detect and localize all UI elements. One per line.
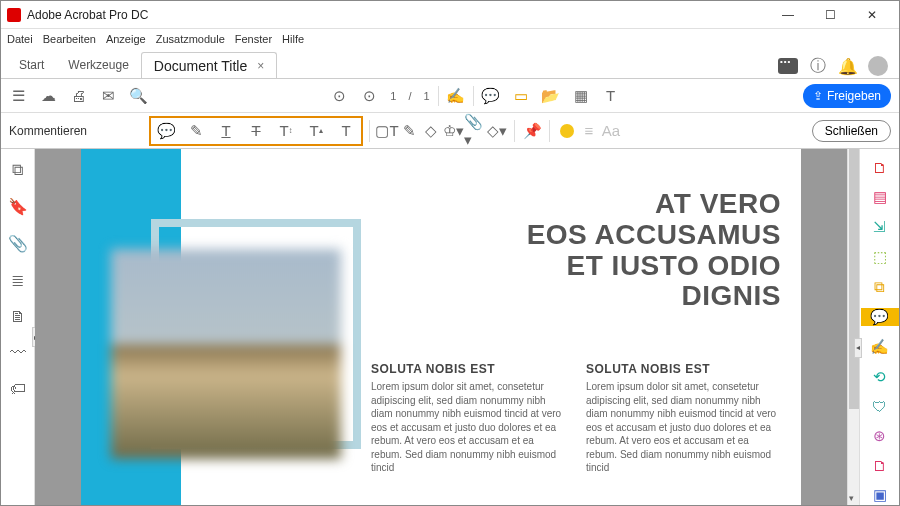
chat-icon[interactable] [776,54,800,78]
folder-icon[interactable]: 📂 [542,87,560,105]
column-heading: SOLUTA NOBIS EST [371,362,566,376]
comment-toolbar: Kommentieren 💬 ✎ T T T↕ T▴ T ▢T ✎ ◇ ♔▾ 📎… [1,113,899,149]
sidebar-toggle-icon[interactable]: ☰ [9,87,27,105]
shapes-icon[interactable]: ◇▾ [486,120,508,142]
edit-pdf-icon[interactable]: ⬚ [869,248,891,266]
sign-icon[interactable]: ✍ [447,87,465,105]
send-review-icon[interactable]: ⟲ [869,368,891,386]
pencil-icon[interactable]: ✎ [398,120,420,142]
tab-bar: Start Werkzeuge Document Title × ⓘ 🔔 [1,49,899,79]
page-up-icon[interactable]: ⊙ [330,87,348,105]
export-icon[interactable]: ⇲ [869,218,891,236]
print-icon[interactable]: 🖨 [69,87,87,104]
eraser-icon[interactable]: ◇ [420,120,442,142]
signatures-icon[interactable]: 〰 [10,344,26,362]
pin-icon[interactable]: 📌 [521,120,543,142]
tab-tools[interactable]: Werkzeuge [56,52,140,78]
vertical-scrollbar[interactable]: ▾ [847,149,859,505]
annotation-tools-group: 💬 ✎ T T T↕ T▴ T [149,116,363,146]
column-heading: SOLUTA NOBIS EST [586,362,781,376]
menu-item[interactable]: Hilfe [282,33,304,45]
tab-close-icon[interactable]: × [257,59,264,73]
menu-item[interactable]: Bearbeiten [43,33,96,45]
app-logo-icon [7,8,21,22]
tab-label: Document Title [154,58,247,74]
menu-bar: Datei Bearbeiten Anzeige Zusatzmodule Fe… [1,29,899,49]
attach-icon[interactable]: 📎▾ [464,120,486,142]
minimize-button[interactable]: — [767,2,809,28]
maximize-button[interactable]: ☐ [809,2,851,28]
right-rail-expand-icon[interactable]: ◂ [854,338,862,358]
share-icon: ⇪ [813,89,823,103]
underline-icon[interactable]: T [215,120,237,142]
column-left: SOLUTA NOBIS EST Lorem ipsum dolor sit a… [371,362,566,475]
comment-toolbar-label: Kommentieren [9,124,149,138]
line-weight-icon[interactable]: ≡ [578,120,600,142]
menu-item[interactable]: Datei [7,33,33,45]
stamp-icon[interactable]: ♔▾ [442,120,464,142]
protect-icon[interactable]: 🛡 [869,398,891,415]
articles-icon[interactable]: 🗎 [10,308,26,326]
combine-icon[interactable]: ▤ [869,188,891,206]
save-cloud-icon[interactable]: ☁ [39,87,57,105]
tags-icon[interactable]: 🏷 [10,380,26,398]
redact-icon[interactable]: ▣ [869,486,891,504]
insert-text-icon[interactable]: T▴ [305,120,327,142]
attachments-icon[interactable]: 📎 [8,234,28,253]
textbox-icon[interactable]: ▢T [376,120,398,142]
scroll-down-icon[interactable]: ▾ [849,493,854,503]
menu-item[interactable]: Zusatzmodule [156,33,225,45]
add-text-icon[interactable]: T [335,120,357,142]
thumbnails-icon[interactable]: ⧉ [12,161,23,179]
create-pdf-icon[interactable]: 🗋 [869,159,891,176]
search-icon[interactable]: 🔍 [129,87,147,105]
share-label: Freigeben [827,89,881,103]
main-toolbar: ☰ ☁ 🖨 ✉ 🔍 ⊙ ⊙ 1 / 1 ✍ 💬 ▭ 📂 ▦ T ⇪ Freige… [1,79,899,113]
email-icon[interactable]: ✉ [99,87,117,105]
right-tools-rail: 🗋 ▤ ⇲ ⬚ ⧉ 💬 ✍ ⟲ 🛡 ⊛ 🗋 ▣ ▾ ◂ [859,149,899,505]
more-tools-icon[interactable]: ⊛ [869,427,891,445]
tab-start[interactable]: Start [7,52,56,78]
headline-line: DIGNIS [381,281,781,312]
account-avatar-icon[interactable] [866,54,890,78]
headline-line: AT VERO [381,189,781,220]
comment-tool-icon[interactable]: 💬 [861,308,899,326]
page-current[interactable]: 1 [390,90,396,102]
title-bar: Adobe Acrobat Pro DC — ☐ ✕ [1,1,899,29]
fill-sign-icon[interactable]: ✍ [869,338,891,356]
headline-line: ET IUSTO ODIO [381,251,781,282]
menu-item[interactable]: Fenster [235,33,272,45]
sticky-note-icon[interactable]: 💬 [155,120,177,142]
layers-icon[interactable]: ≣ [11,271,24,290]
highlight-text-icon[interactable]: ✎ [185,120,207,142]
comment-sticky-icon[interactable]: 💬 [482,87,500,105]
page-headline: AT VERO EOS ACCUSAMUS ET IUSTO ODIO DIGN… [381,189,781,312]
document-area: ⧉ 🔖 📎 ≣ 🗎 〰 🏷 ▸ AT VERO EOS ACCUSAMUS ET… [1,149,899,505]
color-picker-icon[interactable] [556,120,578,142]
close-button[interactable]: ✕ [851,2,893,28]
organize-icon[interactable]: ▦ [572,87,590,105]
highlight-icon[interactable]: ▭ [512,87,530,105]
scrollbar-thumb[interactable] [849,149,859,409]
replace-text-icon[interactable]: T↕ [275,120,297,142]
font-icon[interactable]: Aa [600,120,622,142]
bookmarks-icon[interactable]: 🔖 [8,197,28,216]
column-body: Lorem ipsum dolor sit amet, consetetur a… [371,380,566,475]
bell-icon[interactable]: 🔔 [836,54,860,78]
page-canvas[interactable]: AT VERO EOS ACCUSAMUS ET IUSTO ODIO DIGN… [35,149,847,505]
tab-document[interactable]: Document Title × [141,52,277,78]
share-button[interactable]: ⇪ Freigeben [803,84,891,108]
headline-line: EOS ACCUSAMUS [381,220,781,251]
strikethrough-icon[interactable]: T [245,120,267,142]
menu-item[interactable]: Anzeige [106,33,146,45]
window-title: Adobe Acrobat Pro DC [27,8,148,22]
organize-pages-icon[interactable]: ⧉ [869,278,891,296]
column-right: SOLUTA NOBIS EST Lorem ipsum dolor sit a… [586,362,781,475]
help-icon[interactable]: ⓘ [806,54,830,78]
page-down-icon[interactable]: ⊙ [360,87,378,105]
left-nav-rail: ⧉ 🔖 📎 ≣ 🗎 〰 🏷 ▸ [1,149,35,505]
close-toolbar-button[interactable]: Schließen [812,120,891,142]
optimize-icon[interactable]: 🗋 [869,457,891,474]
page-image [111,249,341,459]
text-add-icon[interactable]: T [602,87,620,104]
